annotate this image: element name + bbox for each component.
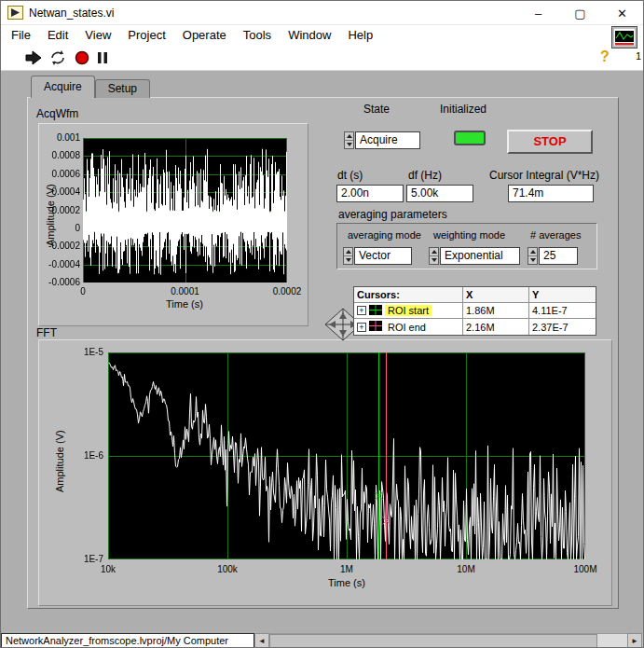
fft-x-tick: 10M [443,564,489,574]
cursor-legend-header-cell: X [463,287,529,303]
maximize-button[interactable]: ▢ [559,1,601,25]
menu-item-project[interactable]: Project [119,26,173,45]
labview-window: Netwan_states.vi – ▢ ✕ FileEditViewProje… [0,0,644,648]
weighting-mode-value[interactable]: Exponential [440,247,520,265]
cursor-legend: Cursors:XY+ROI start1.86M4.11E-7+ROI end… [353,286,596,336]
num-averages-label: # averages [530,229,581,241]
acq-y-tick: 0.0004 [42,186,80,197]
menu-item-operate[interactable]: Operate [174,26,235,45]
title-bar: Netwan_states.vi – ▢ ✕ [1,1,643,25]
acq-x-axis-label: Time (s) [129,298,240,310]
scroll-left-button[interactable]: ◄ [254,633,269,648]
cursor-integral-value: 71.4m [508,185,594,202]
acq-graph-label: AcqWfm [36,107,78,120]
close-button[interactable]: ✕ [601,1,643,25]
acq-x-tick: 0.0002 [264,286,310,296]
dt-value: 2.00n [336,185,404,202]
tab-acquire[interactable]: Acquire [31,76,95,98]
cursor-legend-header-cell: Y [529,287,596,303]
minimize-button[interactable]: – [517,1,559,25]
cursor-x-value[interactable]: 2.16M [463,319,529,335]
acq-y-tick: -0.0004 [42,259,80,269]
cursor-row[interactable]: +ROI end2.16M2.37E-7 [354,319,596,335]
initialized-led[interactable] [454,131,486,145]
acq-x-tick: 0.0001 [162,286,209,296]
window-title: Netwan_states.vi [29,7,114,20]
initialized-label: Initialized [440,103,486,116]
run-continuous-button[interactable] [48,48,67,67]
acq-waveform-plot[interactable] [83,138,287,283]
averaging-parameters-cluster: averaging mode Vector weighting mode Exp… [336,223,597,269]
stop-button[interactable]: STOP [507,130,593,154]
project-path[interactable]: NetworkAnalyzer_fromscope.lvproj/My Comp… [1,633,254,648]
cursor-row[interactable]: +ROI start1.86M4.11E-7 [354,303,596,319]
num-averages-spinner[interactable] [528,247,538,265]
acq-y-tick: 0.0002 [42,205,80,215]
cursor-integral-label: Cursor Integral (V*Hz) [489,169,599,182]
cursor-y-value[interactable]: 4.11E-7 [529,303,596,319]
cursor-legend-header-cell: Cursors: [354,287,463,303]
cursor-legend-header: Cursors:XY [354,287,596,303]
acq-y-tick: 0.0006 [42,169,80,179]
menu-item-file[interactable]: File [3,26,39,45]
fft-x-tick: 100k [204,564,251,574]
state-spinner[interactable] [344,131,354,149]
averaging-parameters-label: averaging parameters [338,208,447,221]
menu-item-edit[interactable]: Edit [39,26,76,45]
status-bar: NetworkAnalyzer_fromscope.lvproj/My Comp… [1,633,643,648]
acq-y-tick: 0.0008 [42,150,80,160]
df-value: 5.00k [406,185,473,202]
acq-x-tick: 0 [60,286,106,296]
fft-plot[interactable] [108,352,585,559]
context-help-icon[interactable]: ? [600,48,610,65]
acq-y-tick: -0.0002 [42,241,80,251]
fft-y-tick: 1E-7 [70,554,103,564]
cursor-y-value[interactable]: 2.37E-7 [529,319,596,335]
fft-x-axis-label: Time (s) [291,577,403,588]
abort-button[interactable] [73,48,91,67]
cursor-name-cell[interactable]: +ROI start [354,303,463,319]
cursor-name[interactable]: ROI end [385,322,429,333]
menu-item-window[interactable]: Window [280,26,339,45]
menu-bar: FileEditViewProjectOperateToolsWindowHel… [1,25,643,45]
fft-x-tick: 10k [85,564,131,574]
menu-item-help[interactable]: Help [339,26,381,45]
cursor-name[interactable]: ROI start [385,305,432,316]
cursor-color-swatch-icon[interactable] [369,305,382,317]
dt-label: dt (s) [337,169,363,182]
acq-y-tick: 0 [42,223,80,233]
fft-y-axis-label: Amplitude (V) [54,430,65,492]
acq-y-tick: 0.001 [42,132,80,143]
fft-graph-label: FFT [36,326,57,339]
averaging-mode-value[interactable]: Vector [354,247,412,265]
cursor-color-swatch-icon[interactable] [369,321,382,333]
num-averages-value[interactable]: 25 [539,247,578,265]
expand-toggle-icon[interactable]: + [357,306,366,315]
expand-toggle-icon[interactable]: + [357,323,366,332]
state-label: State [363,103,390,116]
cursor-x-value[interactable]: 1.86M [463,303,529,319]
pause-button[interactable] [93,48,112,67]
horizontal-scrollbar-track[interactable] [269,633,627,648]
window-controls: – ▢ ✕ [517,1,643,25]
df-label: df (Hz) [408,169,442,182]
run-button[interactable] [24,48,43,67]
fft-y-tick: 1E-5 [70,347,103,357]
tab-setup[interactable]: Setup [95,79,150,98]
vi-icon[interactable] [611,26,637,48]
scroll-right-button[interactable]: ► [627,633,642,648]
weighting-mode-spinner[interactable] [429,247,439,265]
cursor-name-cell[interactable]: +ROI end [354,319,463,335]
menu-item-tools[interactable]: Tools [235,26,280,45]
tab-strip: AcquireSetup [31,76,150,98]
labview-app-icon [7,6,23,20]
weighting-mode-label: weighting mode [433,229,505,241]
averaging-mode-label: averaging mode [348,229,421,241]
menu-item-view[interactable]: View [76,26,119,45]
horizontal-scrollbar-thumb[interactable] [269,634,597,648]
fft-y-tick: 1E-6 [70,450,103,461]
fft-x-tick: 1M [323,564,370,574]
averaging-mode-spinner[interactable] [343,247,353,265]
state-value[interactable]: Acquire [355,131,420,149]
fft-x-tick: 100M [562,564,609,574]
